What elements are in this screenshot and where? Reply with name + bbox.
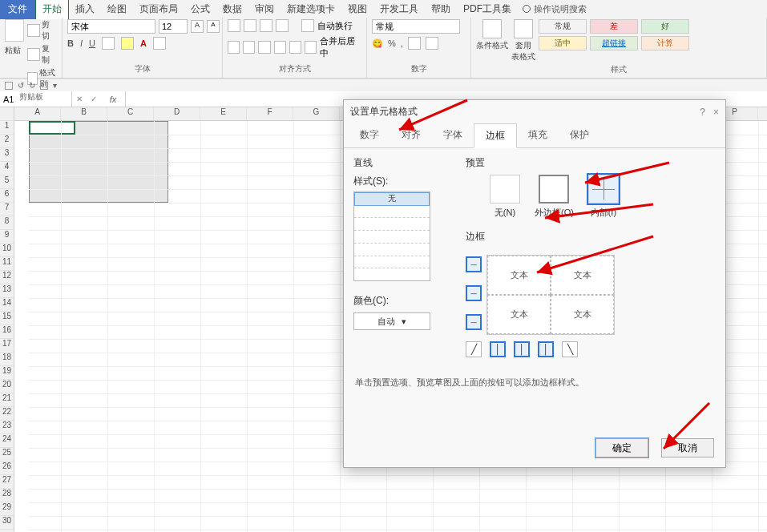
line-style-5[interactable] xyxy=(354,256,430,269)
row-header[interactable]: 4 xyxy=(0,162,14,175)
col-header[interactable]: F xyxy=(247,107,293,120)
currency-button[interactable]: 😋 xyxy=(372,38,383,49)
row-header[interactable]: 2 xyxy=(0,135,14,148)
align-middle-icon[interactable] xyxy=(244,19,256,32)
align-left-icon[interactable] xyxy=(228,41,240,54)
qat-btn-2[interactable] xyxy=(40,82,48,90)
inc-decimal-icon[interactable] xyxy=(408,37,421,50)
tab-review[interactable]: 审阅 xyxy=(248,0,281,19)
cancel-button[interactable]: 取消 xyxy=(661,438,714,457)
row-header[interactable]: 9 xyxy=(0,230,14,244)
table-style-button[interactable]: 套用 表格式 xyxy=(511,19,535,62)
indent-inc-icon[interactable] xyxy=(289,41,301,54)
col-header[interactable]: D xyxy=(154,107,200,120)
row-header[interactable]: 27 xyxy=(0,475,14,489)
qat-more[interactable]: ▾ xyxy=(53,81,57,90)
font-name-select[interactable] xyxy=(67,19,155,34)
border-mid-h-button[interactable]: ─ xyxy=(466,285,482,301)
font-color-button[interactable]: A xyxy=(140,38,147,48)
dlg-tab-font[interactable]: 字体 xyxy=(432,123,474,147)
copy-button[interactable]: 复制 xyxy=(27,43,57,66)
style-bad[interactable]: 差 xyxy=(590,19,638,34)
row-header[interactable]: 5 xyxy=(0,175,14,189)
bold-button[interactable]: B xyxy=(67,38,74,48)
row-header[interactable]: 24 xyxy=(0,434,14,448)
border-right-button[interactable]: │ xyxy=(538,341,554,357)
wrap-text-button[interactable]: 自动换行 xyxy=(317,20,353,32)
style-hyperlink[interactable]: 超链接 xyxy=(590,36,638,50)
conditional-format-button[interactable]: 条件格式 xyxy=(476,19,508,51)
indent-dec-icon[interactable] xyxy=(274,41,286,54)
col-header[interactable]: E xyxy=(200,107,247,120)
tab-data[interactable]: 数据 xyxy=(216,0,248,19)
shrink-font-icon[interactable]: A xyxy=(207,20,220,33)
name-box[interactable]: A1 xyxy=(0,91,72,107)
row-header[interactable]: 19 xyxy=(0,366,14,380)
row-header[interactable]: 6 xyxy=(0,189,14,203)
border-diag-down-button[interactable]: ╲ xyxy=(562,341,578,357)
border-mid-v-button[interactable]: │ xyxy=(514,341,530,357)
style-good[interactable]: 好 xyxy=(641,19,689,34)
row-header[interactable]: 21 xyxy=(0,393,14,407)
phonetic-button[interactable] xyxy=(153,37,166,50)
qat-btn-1[interactable] xyxy=(5,82,13,90)
row-header[interactable]: 16 xyxy=(0,325,14,339)
border-bottom-button[interactable]: ─ xyxy=(466,314,482,330)
row-header[interactable]: 26 xyxy=(0,461,14,475)
line-style-4[interactable] xyxy=(354,244,430,256)
border-diag-up-button[interactable]: ╱ xyxy=(466,341,482,357)
row-headers[interactable]: 1234567891011121314151617181920212223242… xyxy=(0,107,14,532)
style-calc[interactable]: 计算 xyxy=(641,36,689,50)
row-header[interactable]: 8 xyxy=(0,216,14,230)
border-button[interactable] xyxy=(102,37,115,50)
col-header[interactable]: C xyxy=(107,107,154,120)
tab-view[interactable]: 视图 xyxy=(341,0,373,19)
grow-font-icon[interactable]: A xyxy=(191,20,204,33)
row-header[interactable]: 1 xyxy=(0,121,14,135)
fx-icon[interactable]: fx xyxy=(101,95,125,104)
tell-me-search[interactable]: 操作说明搜索 xyxy=(518,3,591,15)
underline-button[interactable]: U xyxy=(89,38,95,48)
tab-insert[interactable]: 插入 xyxy=(69,0,101,19)
dlg-tab-border[interactable]: 边框 xyxy=(474,123,517,148)
row-header[interactable]: 30 xyxy=(0,516,14,530)
border-left-button[interactable]: │ xyxy=(490,341,506,357)
row-header[interactable]: 15 xyxy=(0,312,14,325)
tab-draw[interactable]: 绘图 xyxy=(101,0,133,19)
preset-outline[interactable]: 外边框(O) xyxy=(535,175,574,219)
line-style-list[interactable]: 无 xyxy=(353,191,430,281)
align-top-icon[interactable] xyxy=(228,19,240,32)
style-normal[interactable]: 常规 xyxy=(539,19,587,34)
dlg-tab-align[interactable]: 对齐 xyxy=(390,123,432,147)
row-header[interactable]: 22 xyxy=(0,407,14,421)
paste-split[interactable]: 粘贴 xyxy=(5,19,24,56)
align-center-icon[interactable] xyxy=(243,41,255,54)
enter-icon[interactable]: ✓ xyxy=(87,95,101,103)
dlg-tab-protect[interactable]: 保护 xyxy=(559,123,600,147)
percent-button[interactable]: % xyxy=(388,38,396,48)
line-style-6[interactable] xyxy=(354,268,430,280)
row-header[interactable]: 29 xyxy=(0,502,14,516)
tab-developer[interactable]: 开发工具 xyxy=(373,0,425,19)
style-neutral[interactable]: 适中 xyxy=(539,36,587,50)
cut-button[interactable]: 剪切 xyxy=(27,19,57,42)
dlg-tab-number[interactable]: 数字 xyxy=(349,123,390,147)
comma-button[interactable]: , xyxy=(401,38,403,48)
preset-inside[interactable]: 内部(I) xyxy=(588,175,619,219)
line-style-3[interactable] xyxy=(354,231,430,244)
qat-undo[interactable]: ↺ xyxy=(18,81,24,90)
line-style-1[interactable] xyxy=(354,206,430,219)
col-header[interactable]: A xyxy=(14,107,61,120)
line-style-none[interactable]: 无 xyxy=(354,192,430,206)
orientation-icon[interactable] xyxy=(276,19,289,32)
row-header[interactable]: 17 xyxy=(0,339,14,353)
tab-home[interactable]: 开始 xyxy=(35,0,69,19)
row-header[interactable]: 10 xyxy=(0,244,14,257)
italic-button[interactable]: I xyxy=(80,38,83,48)
dialog-help-icon[interactable]: ? xyxy=(700,107,705,118)
number-format-select[interactable] xyxy=(372,19,460,34)
row-header[interactable]: 20 xyxy=(0,380,14,393)
row-header[interactable]: 7 xyxy=(0,203,14,216)
tab-pdf[interactable]: PDF工具集 xyxy=(457,0,518,19)
line-style-2[interactable] xyxy=(354,218,430,231)
